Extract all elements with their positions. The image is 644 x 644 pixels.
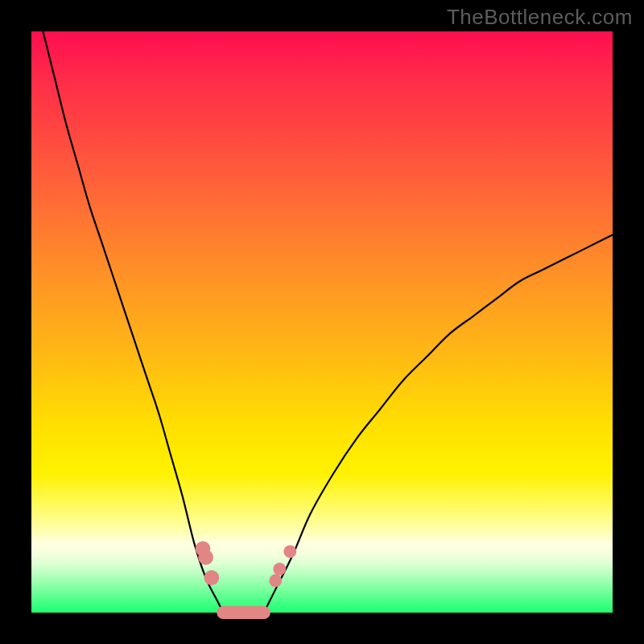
- chart-svg: [31, 31, 613, 613]
- plot-area: [31, 31, 613, 613]
- marker-left-dot-3: [204, 570, 219, 585]
- marker-right-dot-3: [283, 545, 296, 558]
- series-right-curve: [264, 235, 613, 613]
- marker-left-dot-2: [198, 550, 213, 565]
- marker-right-dot-1: [269, 574, 282, 587]
- chart-frame: TheBottleneck.com: [0, 0, 644, 644]
- watermark-text: TheBottleneck.com: [447, 5, 633, 30]
- series-left-curve: [43, 31, 223, 613]
- marker-right-dot-2: [273, 563, 286, 576]
